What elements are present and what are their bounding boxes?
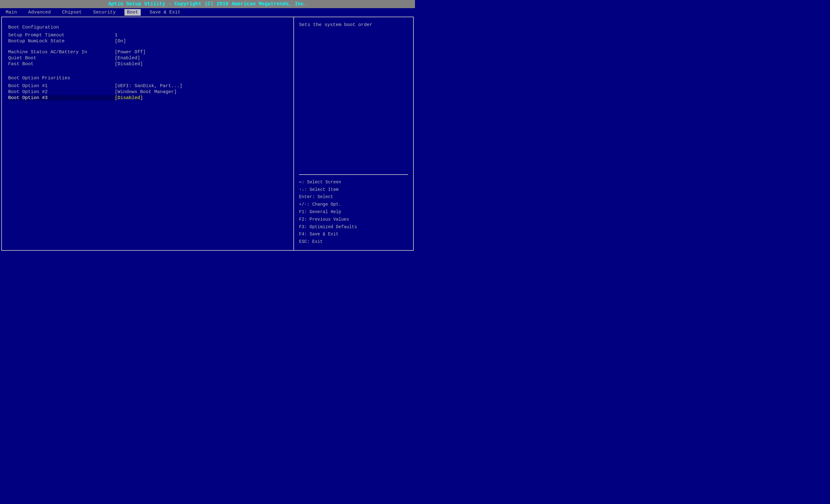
- menu-item-boot[interactable]: Boot: [124, 9, 141, 16]
- config-value-1-1: [Enabled]: [115, 56, 140, 61]
- config-value-1-2: [Disabled]: [115, 61, 143, 67]
- config-row-1-0[interactable]: Machine Status AC/Battery In[Power Off]: [8, 50, 287, 55]
- config-label-0-0: Setup Prompt Timeout: [8, 33, 115, 38]
- config-label-2-2: Boot Option #3: [8, 95, 115, 101]
- key-desc-6: Optimized Defaults: [310, 224, 357, 229]
- left-panel: Boot ConfigurationSetup Prompt Timeout1B…: [2, 17, 294, 250]
- right-panel: Sets the system boot order ⇔: Select Scr…: [294, 17, 413, 250]
- config-row-0-1[interactable]: Bootup NumLock State[On]: [8, 38, 287, 44]
- key-hint-2: Enter: Select: [299, 193, 408, 201]
- config-label-0-1: Bootup NumLock State: [8, 38, 115, 44]
- key-label-7: F4:: [299, 232, 310, 237]
- key-desc-5: Previous Values: [310, 217, 349, 222]
- menu-item-chipset[interactable]: Chipset: [60, 9, 84, 16]
- title-bar: Aptio Setup Utility - Copyright (C) 2018…: [0, 0, 415, 8]
- key-label-6: F3:: [299, 224, 310, 229]
- key-label-0: ⇔:: [299, 180, 307, 185]
- title-text: Aptio Setup Utility - Copyright (C) 2018…: [108, 1, 307, 7]
- main-content: Boot ConfigurationSetup Prompt Timeout1B…: [1, 17, 414, 251]
- key-hint-0: ⇔: Select Screen: [299, 179, 408, 186]
- menu-item-main[interactable]: Main: [3, 9, 20, 16]
- bios-screen: Aptio Setup Utility - Copyright (C) 2018…: [0, 0, 415, 252]
- key-label-1: ↑↓:: [299, 187, 310, 192]
- key-hint-1: ↑↓: Select Item: [299, 186, 408, 194]
- key-hint-4: F1: General Help: [299, 209, 408, 216]
- config-value-1-0: [Power Off]: [115, 50, 146, 55]
- section-header-2: Boot Option Priorities: [8, 75, 287, 81]
- menu-bar: MainAdvancedChipsetSecurityBootSave & Ex…: [0, 8, 415, 17]
- key-label-3: +/-:: [299, 202, 312, 207]
- config-row-1-2[interactable]: Fast Boot[Disabled]: [8, 61, 287, 67]
- config-label-2-0: Boot Option #1: [8, 83, 115, 89]
- config-label-2-1: Boot Option #2: [8, 89, 115, 95]
- config-label-1-0: Machine Status AC/Battery In: [8, 50, 115, 55]
- config-value-2-2: [Disabled]: [115, 95, 143, 101]
- config-value-2-0: [UEFI: SanDisk, Part...]: [115, 83, 183, 89]
- menu-item-security[interactable]: Security: [91, 9, 118, 16]
- config-label-1-2: Fast Boot: [8, 61, 115, 67]
- key-desc-2: Select: [318, 194, 333, 199]
- config-row-0-0[interactable]: Setup Prompt Timeout1: [8, 33, 287, 38]
- config-value-0-0: 1: [115, 33, 118, 38]
- key-desc-0: Select Screen: [307, 180, 341, 185]
- key-label-8: ESC:: [299, 239, 312, 244]
- divider: [299, 174, 408, 175]
- config-value-2-1: [Windows Boot Manager]: [115, 89, 177, 95]
- key-label-2: Enter:: [299, 194, 318, 199]
- config-value-0-1: [On]: [115, 38, 126, 44]
- section-header-0: Boot Configuration: [8, 25, 287, 30]
- config-label-1-1: Quiet Boot: [8, 56, 115, 61]
- key-desc-3: Change Opt.: [312, 202, 341, 207]
- key-hint-3: +/-: Change Opt.: [299, 201, 408, 209]
- config-row-1-1[interactable]: Quiet Boot[Enabled]: [8, 56, 287, 61]
- key-desc-8: Exit: [312, 239, 323, 244]
- help-text: Sets the system boot order: [299, 22, 408, 29]
- key-hint-7: F4: Save & Exit: [299, 231, 408, 238]
- key-help: ⇔: Select Screen↑↓: Select ItemEnter: Se…: [299, 179, 408, 246]
- key-label-4: F1:: [299, 209, 310, 214]
- config-row-2-0[interactable]: Boot Option #1[UEFI: SanDisk, Part...]: [8, 83, 287, 89]
- key-hint-6: F3: Optimized Defaults: [299, 223, 408, 231]
- key-hint-5: F2: Previous Values: [299, 216, 408, 223]
- key-desc-1: Select Item: [310, 187, 339, 192]
- menu-item-save-and-exit[interactable]: Save & Exit: [147, 9, 183, 16]
- key-desc-7: Save & Exit: [310, 232, 339, 237]
- key-hint-8: ESC: Exit: [299, 238, 408, 246]
- key-label-5: F2:: [299, 217, 310, 222]
- config-row-2-2[interactable]: Boot Option #3[Disabled]: [8, 95, 287, 101]
- key-desc-4: General Help: [310, 209, 341, 214]
- menu-item-advanced[interactable]: Advanced: [26, 9, 53, 16]
- config-row-2-1[interactable]: Boot Option #2[Windows Boot Manager]: [8, 89, 287, 95]
